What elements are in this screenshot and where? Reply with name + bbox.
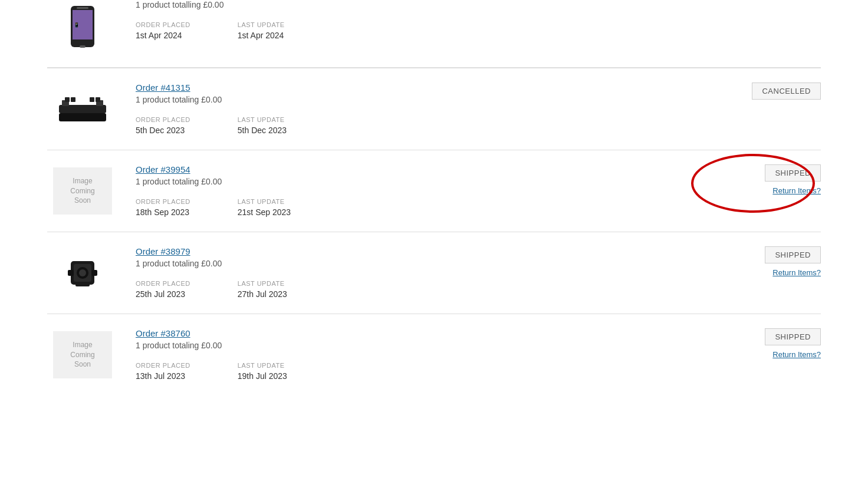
orders-list: 📱 1 product totalling £0.00 ORDER PLACED… bbox=[0, 0, 868, 395]
order-row-partial: 📱 1 product totalling £0.00 ORDER PLACED… bbox=[47, 0, 821, 68]
svg-point-16 bbox=[79, 269, 86, 276]
order-status-38979: SHIPPED Return Items? bbox=[726, 246, 821, 277]
order-placed-label-38979: ORDER PLACED bbox=[136, 280, 190, 287]
order-status-39954: SHIPPED Return Items? bbox=[726, 164, 821, 195]
svg-rect-18 bbox=[91, 270, 97, 276]
order-placed-date-38979: 25th Jul 2023 bbox=[136, 289, 190, 299]
order-total-38979: 1 product totaling £0.00 bbox=[136, 259, 726, 268]
order-total-39954: 1 product totaling £0.00 bbox=[136, 177, 726, 186]
order-total-41315: 1 product totaling £0.00 bbox=[136, 95, 726, 104]
order-dates-39954: ORDER PLACED 18th Sep 2023 LAST UPDATE 2… bbox=[136, 198, 726, 217]
return-items-link-38979[interactable]: Return Items? bbox=[772, 268, 821, 277]
order-row-38979: Order #38979 1 product totaling £0.00 OR… bbox=[47, 232, 821, 314]
status-badge-38979: SHIPPED bbox=[765, 246, 821, 263]
last-update-label-41315: LAST UPDATE bbox=[238, 116, 287, 123]
svg-rect-8 bbox=[59, 113, 106, 121]
return-items-link-38760[interactable]: Return Items? bbox=[772, 350, 821, 359]
order-details-39954: Order #39954 1 product totaling £0.00 OR… bbox=[136, 164, 726, 217]
last-update-date-38979: 27th Jul 2023 bbox=[238, 289, 287, 299]
order-row-39954: ImageComingSoon Order #39954 1 product t… bbox=[47, 150, 821, 232]
order-image-39954: ImageComingSoon bbox=[47, 164, 118, 217]
order-placed-label-partial: ORDER PLACED bbox=[136, 21, 190, 28]
order-placed-section-partial: ORDER PLACED 1st Apr 2024 bbox=[136, 21, 190, 40]
last-update-label-39954: LAST UPDATE bbox=[238, 198, 291, 205]
order-number-41315[interactable]: Order #41315 bbox=[136, 83, 190, 93]
status-badge-39954: SHIPPED bbox=[765, 164, 821, 182]
order-number-38760[interactable]: Order #38760 bbox=[136, 328, 190, 338]
svg-rect-5 bbox=[59, 105, 106, 113]
svg-rect-12 bbox=[96, 97, 100, 102]
order-placed-section-39954: ORDER PLACED 18th Sep 2023 bbox=[136, 198, 190, 217]
order-placed-date-38760: 13th Jul 2023 bbox=[136, 371, 190, 381]
svg-text:📱: 📱 bbox=[74, 22, 80, 28]
order-row-41315: Order #41315 1 product totaling £0.00 OR… bbox=[47, 68, 821, 150]
order-details-partial: 1 product totalling £0.00 ORDER PLACED 1… bbox=[136, 0, 821, 40]
order-placed-section-41315: ORDER PLACED 5th Dec 2023 bbox=[136, 116, 190, 135]
return-items-link-39954[interactable]: Return Items? bbox=[772, 186, 821, 195]
order-placed-section-38979: ORDER PLACED 25th Jul 2023 bbox=[136, 280, 190, 299]
order-image-38979 bbox=[47, 246, 118, 299]
last-update-label-38979: LAST UPDATE bbox=[238, 280, 287, 287]
svg-rect-17 bbox=[68, 270, 74, 276]
order-number-39954[interactable]: Order #39954 bbox=[136, 164, 190, 174]
last-update-date-38760: 19th Jul 2023 bbox=[238, 371, 287, 381]
last-update-date-39954: 21st Sep 2023 bbox=[238, 207, 291, 217]
order-dates-partial: ORDER PLACED 1st Apr 2024 LAST UPDATE 1s… bbox=[136, 21, 821, 40]
order-dates-38979: ORDER PLACED 25th Jul 2023 LAST UPDATE 2… bbox=[136, 280, 726, 299]
order-dates-38760: ORDER PLACED 13th Jul 2023 LAST UPDATE 1… bbox=[136, 362, 726, 381]
last-update-label-38760: LAST UPDATE bbox=[238, 362, 287, 369]
status-badge-38760: SHIPPED bbox=[765, 328, 821, 345]
svg-rect-11 bbox=[90, 97, 94, 102]
order-total-38760: 1 product totaling £0.00 bbox=[136, 341, 726, 350]
last-update-section-41315: LAST UPDATE 5th Dec 2023 bbox=[238, 116, 287, 135]
status-badge-41315: CANCELLED bbox=[752, 83, 821, 100]
order-image-41315 bbox=[47, 83, 118, 136]
order-details-38979: Order #38979 1 product totaling £0.00 OR… bbox=[136, 246, 726, 299]
image-placeholder-39954: ImageComingSoon bbox=[53, 167, 112, 215]
svg-rect-2 bbox=[77, 7, 88, 9]
order-placed-label-38760: ORDER PLACED bbox=[136, 362, 190, 369]
order-image-38760: ImageComingSoon bbox=[47, 328, 118, 381]
svg-rect-10 bbox=[71, 97, 75, 102]
last-update-section-39954: LAST UPDATE 21st Sep 2023 bbox=[238, 198, 291, 217]
last-update-section-38979: LAST UPDATE 27th Jul 2023 bbox=[238, 280, 287, 299]
svg-rect-19 bbox=[75, 282, 90, 286]
order-details-38760: Order #38760 1 product totaling £0.00 OR… bbox=[136, 328, 726, 381]
order-dates-41315: ORDER PLACED 5th Dec 2023 LAST UPDATE 5t… bbox=[136, 116, 726, 135]
order-placed-section-38760: ORDER PLACED 13th Jul 2023 bbox=[136, 362, 190, 381]
last-update-label-partial: LAST UPDATE bbox=[238, 21, 285, 28]
order-placed-date-partial: 1st Apr 2024 bbox=[136, 31, 190, 40]
svg-rect-9 bbox=[65, 97, 70, 102]
order-placed-label-41315: ORDER PLACED bbox=[136, 116, 190, 123]
order-placed-date-39954: 18th Sep 2023 bbox=[136, 207, 190, 217]
image-placeholder-38760: ImageComingSoon bbox=[53, 331, 112, 378]
last-update-date-41315: 5th Dec 2023 bbox=[238, 126, 287, 135]
order-image-partial: 📱 bbox=[47, 0, 118, 53]
svg-rect-3 bbox=[80, 45, 86, 48]
order-details-41315: Order #41315 1 product totaling £0.00 OR… bbox=[136, 83, 726, 135]
order-row-38760: ImageComingSoon Order #38760 1 product t… bbox=[47, 314, 821, 395]
order-placed-label-39954: ORDER PLACED bbox=[136, 198, 190, 205]
order-status-38760: SHIPPED Return Items? bbox=[726, 328, 821, 359]
last-update-section-38760: LAST UPDATE 19th Jul 2023 bbox=[238, 362, 287, 381]
last-update-date-partial: 1st Apr 2024 bbox=[238, 31, 285, 40]
order-placed-date-41315: 5th Dec 2023 bbox=[136, 126, 190, 135]
order-number-38979[interactable]: Order #38979 bbox=[136, 246, 190, 256]
last-update-section-partial: LAST UPDATE 1st Apr 2024 bbox=[238, 21, 285, 40]
order-total-partial: 1 product totalling £0.00 bbox=[136, 0, 821, 9]
order-status-41315: CANCELLED bbox=[726, 83, 821, 104]
